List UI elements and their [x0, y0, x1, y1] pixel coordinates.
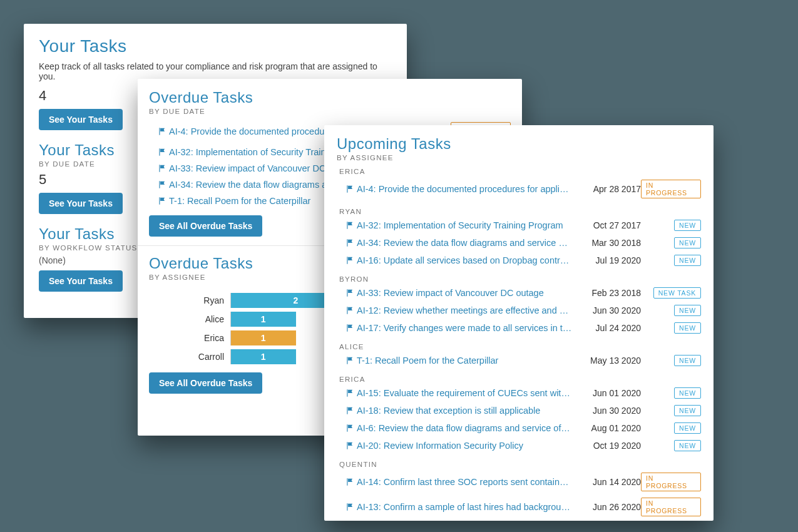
status-badge: IN PROGRESS	[641, 180, 701, 198]
task-date: Jun 14 2020	[572, 477, 641, 487]
task-row[interactable]: AI-14: Confirm last three SOC reports se…	[343, 469, 701, 494]
status-badge: NEW	[674, 405, 701, 416]
page-title: Your Tasks	[39, 36, 392, 56]
task-row[interactable]: AI-18: Review that exception is still ap…	[343, 402, 701, 419]
flag-icon	[343, 256, 357, 265]
status-badge: NEW	[674, 305, 701, 316]
status-badge: NEW	[674, 237, 701, 248]
flag-icon	[155, 127, 169, 136]
task-row[interactable]: AI-15: Evaluate the requirement of CUECs…	[343, 384, 701, 402]
chart-category-label: Ryan	[185, 295, 230, 305]
flag-icon	[343, 324, 357, 332]
task-link[interactable]: AI-18: Review that exception is still ap…	[357, 406, 572, 416]
task-date: Jun 30 2020	[572, 305, 641, 315]
task-date: Jul 19 2020	[572, 255, 641, 265]
upcoming-tasks-panel: Upcoming Tasks BY ASSIGNEE ERICAAI-4: Pr…	[324, 125, 714, 521]
task-row[interactable]: AI-34: Review the data flow diagrams and…	[343, 234, 701, 252]
task-date: Apr 28 2017	[572, 184, 641, 194]
chart-bar[interactable]: 1	[231, 349, 296, 364]
see-your-tasks-button[interactable]: See Your Tasks	[39, 193, 123, 214]
task-date: Oct 27 2017	[572, 220, 641, 230]
status-badge: NEW	[674, 220, 701, 231]
task-date: Feb 23 2018	[572, 288, 641, 298]
task-link[interactable]: AI-14: Confirm last three SOC reports se…	[357, 477, 572, 487]
task-date: Mar 30 2018	[572, 238, 641, 248]
assignee-group-label: BYRON	[339, 275, 701, 283]
see-all-overdue-tasks-button[interactable]: See All Overdue Tasks	[149, 215, 262, 237]
flag-icon	[343, 503, 357, 511]
flag-icon	[343, 185, 357, 193]
task-date: Jun 01 2020	[572, 388, 641, 398]
task-row[interactable]: AI-16: Update all services based on Drop…	[343, 252, 701, 269]
assignee-group-label: QUENTIN	[339, 461, 701, 468]
task-row[interactable]: AI-17: Verify changes were made to all s…	[343, 319, 701, 337]
chart-category-label: Erica	[185, 333, 230, 343]
chart-bar[interactable]: 1	[231, 312, 296, 327]
status-badge: NEW	[674, 355, 701, 366]
task-date: Oct 19 2020	[572, 441, 641, 451]
section-subtitle: BY DUE DATE	[149, 108, 511, 115]
section-title: Upcoming Tasks	[337, 135, 701, 153]
status-badge: NEW	[674, 255, 701, 266]
status-badge: IN PROGRESS	[641, 498, 701, 516]
section-title: Overdue Tasks	[149, 89, 511, 106]
task-date: Jun 26 2020	[572, 502, 641, 512]
status-badge: NEW	[674, 440, 701, 451]
task-link[interactable]: AI-6: Review the data flow diagrams and …	[357, 423, 572, 433]
flag-icon	[155, 148, 169, 156]
chart-category-label: Carroll	[185, 352, 230, 362]
status-badge: NEW TASK	[653, 287, 701, 299]
assignee-group-label: ERICA	[339, 168, 701, 175]
flag-icon	[343, 221, 357, 230]
task-link[interactable]: AI-12: Review whether meetings are effec…	[357, 305, 572, 315]
task-row[interactable]: AI-32: Implementation of Security Traini…	[343, 217, 701, 234]
task-link[interactable]: AI-15: Evaluate the requirement of CUECs…	[357, 388, 572, 398]
upcoming-task-groups: ERICAAI-4: Provide the documented proced…	[337, 168, 701, 521]
assignee-group-label: RYAN	[339, 208, 701, 215]
task-link[interactable]: AI-4: Provide the documented procedures …	[357, 184, 572, 194]
chart-bar[interactable]: 1	[231, 330, 296, 345]
flag-icon	[343, 289, 357, 297]
task-row[interactable]: AI-6: Review the data flow diagrams and …	[343, 419, 701, 437]
flag-icon	[155, 197, 169, 205]
task-row[interactable]: AI-11: Verify meetings are occurring bet…	[343, 519, 701, 521]
task-link[interactable]: AI-16: Update all services based on Drop…	[357, 255, 572, 265]
task-date: Jun 30 2020	[572, 406, 641, 416]
flag-icon	[343, 238, 357, 247]
assignee-group-label: ERICA	[339, 376, 701, 383]
flag-icon	[343, 356, 357, 365]
assignee-group-label: ALICE	[339, 343, 701, 350]
flag-icon	[343, 478, 357, 486]
task-link[interactable]: AI-17: Verify changes were made to all s…	[357, 323, 572, 333]
task-link[interactable]: AI-34: Review the data flow diagrams and…	[357, 238, 572, 248]
task-link[interactable]: T-1: Recall Poem for the Caterpillar	[357, 356, 572, 366]
task-row[interactable]: AI-20: Review Information Security Polic…	[343, 437, 701, 454]
task-link[interactable]: AI-20: Review Information Security Polic…	[357, 441, 572, 451]
flag-icon	[343, 441, 357, 450]
task-link[interactable]: AI-33: Review impact of Vancouver DC out…	[357, 288, 572, 298]
task-row[interactable]: T-1: Recall Poem for the CaterpillarMay …	[343, 352, 701, 369]
task-date: Jul 24 2020	[572, 323, 641, 333]
task-link[interactable]: AI-13: Confirm a sample of last hires ha…	[357, 502, 572, 512]
see-your-tasks-button[interactable]: See Your Tasks	[39, 270, 123, 292]
status-badge: NEW	[674, 322, 701, 334]
flag-icon	[343, 306, 357, 315]
task-row[interactable]: AI-33: Review impact of Vancouver DC out…	[343, 284, 701, 302]
task-date: Aug 01 2020	[572, 423, 641, 433]
section-subtitle: BY ASSIGNEE	[337, 154, 701, 161]
flag-icon	[343, 389, 357, 397]
flag-icon	[155, 180, 169, 189]
flag-icon	[343, 406, 357, 415]
task-date: May 13 2020	[572, 356, 641, 366]
task-link[interactable]: AI-32: Implementation of Security Traini…	[357, 220, 572, 230]
status-badge: NEW	[674, 422, 701, 434]
see-all-overdue-tasks-button[interactable]: See All Overdue Tasks	[149, 372, 262, 394]
chart-category-label: Alice	[185, 314, 230, 324]
task-row[interactable]: AI-12: Review whether meetings are effec…	[343, 302, 701, 319]
status-badge: IN PROGRESS	[641, 473, 701, 491]
see-your-tasks-button[interactable]: See Your Tasks	[39, 109, 123, 130]
task-row[interactable]: AI-13: Confirm a sample of last hires ha…	[343, 494, 701, 519]
status-badge: NEW	[674, 387, 701, 399]
flag-icon	[343, 424, 357, 432]
task-row[interactable]: AI-4: Provide the documented procedures …	[343, 176, 701, 202]
